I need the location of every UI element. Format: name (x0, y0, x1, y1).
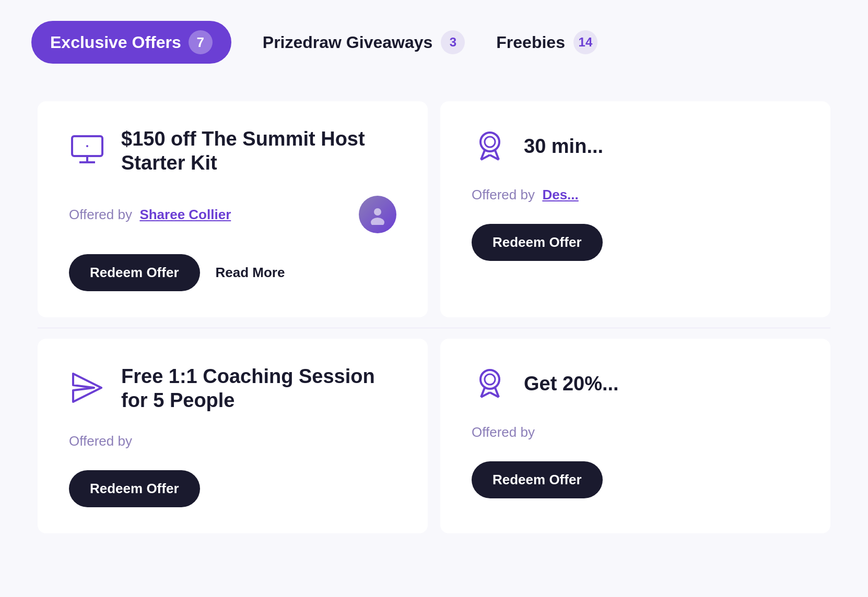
svg-marker-12 (73, 374, 101, 402)
offer-3-provider: Offered by (69, 433, 396, 449)
tab-exclusive-offers-badge: 7 (189, 30, 213, 54)
offer-1-avatar (359, 196, 396, 233)
offer-card-3-header: Free 1:1 Coaching Session for 5 People (69, 365, 396, 412)
offer-2-redeem-button[interactable]: Redeem Offer (472, 224, 603, 261)
offer-3-provider-text: Offered by (69, 433, 132, 449)
tab-freebies[interactable]: Freebies 14 (496, 30, 597, 54)
offer-2-provider: Offered by Des... (472, 187, 799, 203)
tabs-navigation: Exclusive Offers 7 Prizedraw Giveaways 3… (31, 21, 837, 64)
offer-1-provider-prefix: Offered by (69, 207, 132, 222)
tab-exclusive-offers[interactable]: Exclusive Offers 7 (31, 21, 231, 64)
offer-4-redeem-button[interactable]: Redeem Offer (472, 461, 603, 498)
offer-card-1-header: $150 off The Summit Host Starter Kit (69, 127, 396, 175)
tab-prizedraw-label: Prizedraw Giveaways (263, 33, 433, 52)
ribbon-icon-1 (472, 127, 508, 166)
offer-card-3: Free 1:1 Coaching Session for 5 People O… (38, 339, 428, 533)
tab-prizedraw-badge: 3 (441, 30, 465, 54)
offer-4-provider: Offered by (472, 424, 799, 440)
svg-point-5 (371, 218, 384, 225)
offer-card-2: 30 min... Offered by Des... Redeem Offer (440, 101, 830, 317)
svg-point-4 (374, 208, 381, 216)
offer-4-provider-prefix: Offered by (472, 424, 535, 440)
tab-freebies-label: Freebies (496, 33, 565, 52)
offer-3-title: Free 1:1 Coaching Session for 5 People (121, 365, 396, 412)
offer-1-provider: Offered by Sharee Collier (69, 196, 396, 233)
offer-3-actions: Redeem Offer (69, 470, 396, 507)
page-container: Exclusive Offers 7 Prizedraw Giveaways 3… (0, 0, 868, 560)
svg-point-3 (86, 145, 88, 147)
offer-4-title: Get 20%... (524, 372, 619, 396)
offer-2-title: 30 min... (524, 135, 603, 159)
svg-point-7 (485, 137, 495, 147)
offer-1-provider-text: Offered by Sharee Collier (69, 207, 231, 223)
offer-1-title: $150 off The Summit Host Starter Kit (121, 127, 396, 175)
svg-point-14 (485, 374, 495, 385)
offer-1-actions: Redeem Offer Read More (69, 254, 396, 291)
tab-prizedraw-giveaways[interactable]: Prizedraw Giveaways 3 (263, 30, 465, 54)
offer-1-read-more-button[interactable]: Read More (216, 265, 285, 281)
offer-3-provider-prefix: Offered by (69, 433, 132, 449)
tab-exclusive-offers-label: Exclusive Offers (50, 33, 181, 52)
ribbon-icon-2 (472, 365, 508, 403)
offer-2-actions: Redeem Offer (472, 224, 799, 261)
offers-grid: $150 off The Summit Host Starter Kit Off… (31, 95, 837, 540)
offer-1-provider-link[interactable]: Sharee Collier (139, 207, 231, 222)
svg-point-6 (480, 133, 499, 151)
offer-4-actions: Redeem Offer (472, 461, 799, 498)
svg-point-13 (480, 370, 499, 389)
monitor-icon (69, 132, 105, 171)
tab-freebies-badge: 14 (573, 30, 597, 54)
offer-4-provider-text: Offered by (472, 424, 535, 440)
offer-2-provider-text: Offered by Des... (472, 187, 579, 203)
offer-2-provider-link[interactable]: Des... (542, 187, 578, 202)
offer-card-1: $150 off The Summit Host Starter Kit Off… (38, 101, 428, 317)
divider-1 (38, 328, 830, 328)
offer-card-4: Get 20%... Offered by Redeem Offer (440, 339, 830, 533)
offer-2-provider-prefix: Offered by (472, 187, 535, 202)
offer-card-4-header: Get 20%... (472, 365, 799, 403)
offer-1-redeem-button[interactable]: Redeem Offer (69, 254, 200, 291)
offer-3-redeem-button[interactable]: Redeem Offer (69, 470, 200, 507)
offer-card-2-header: 30 min... (472, 127, 799, 166)
send-icon (69, 369, 105, 408)
